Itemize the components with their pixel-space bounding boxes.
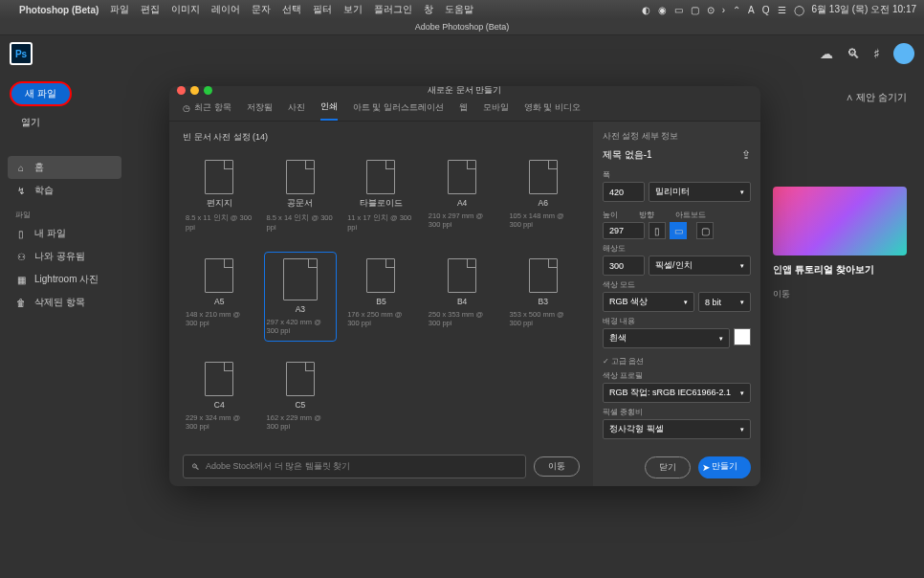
- menu-file[interactable]: 파일: [110, 3, 129, 16]
- menu-view[interactable]: 보기: [343, 3, 363, 16]
- bit-select[interactable]: 8 bit▾: [698, 292, 751, 312]
- search-icon[interactable]: 🔍︎: [847, 46, 860, 61]
- preset-name: A5: [214, 297, 224, 306]
- profile-select[interactable]: RGB 작업: sRGB IEC61966-2.1▾: [603, 383, 751, 403]
- search-icon[interactable]: Q: [762, 5, 770, 15]
- nav-shared[interactable]: ⚇나와 공유됨: [8, 245, 121, 268]
- files-label: 파일: [8, 208, 121, 222]
- width-label: 폭: [603, 169, 751, 180]
- menu-filter[interactable]: 필터: [313, 3, 332, 16]
- menu-window[interactable]: 창: [424, 3, 433, 16]
- ps-logo-icon[interactable]: Ps: [10, 42, 33, 65]
- export-icon[interactable]: ⇪: [741, 148, 751, 162]
- preset-meta: 176 x 250 mm @ 300 ppi: [347, 310, 415, 327]
- tab-film[interactable]: 영화 및 비디오: [524, 96, 581, 120]
- menu-type[interactable]: 문자: [252, 3, 271, 16]
- tab-art[interactable]: 아트 및 일러스트레이션: [353, 96, 444, 120]
- preset-a4[interactable]: A4 210 x 297 mm @ 300 ppi: [426, 153, 499, 238]
- bg-select[interactable]: 흰색▾: [603, 328, 730, 348]
- preset-c5[interactable]: C5 162 x 229 mm @ 300 ppi: [264, 355, 338, 437]
- preset-a3[interactable]: A3 297 x 420 mm @ 300 ppi: [264, 252, 338, 342]
- preset-meta: 11 x 17 인치 @ 300 ppi: [347, 213, 415, 232]
- clock[interactable]: 6월 13일 (목) 오전 10:17: [812, 3, 916, 16]
- color-mode-select[interactable]: RGB 색상▾: [603, 292, 694, 312]
- nav-home[interactable]: ⌂홈: [8, 156, 121, 179]
- file-icon: ▯: [15, 229, 27, 239]
- input-icon[interactable]: A: [748, 5, 755, 15]
- minimize-window-icon[interactable]: [190, 86, 199, 95]
- preset-b3[interactable]: B3 353 x 500 mm @ 300 ppi: [506, 252, 580, 342]
- status-icon[interactable]: ◐: [642, 5, 650, 15]
- preset-a5[interactable]: A5 148 x 210 mm @ 300 ppi: [183, 252, 256, 342]
- nav-my-files[interactable]: ▯내 파일: [8, 222, 121, 245]
- hide-suggestions-link[interactable]: ∧ 제안 숨기기: [846, 91, 907, 104]
- nav-lightroom[interactable]: ▦Lightroom 사진: [8, 268, 121, 291]
- menu-image[interactable]: 이미지: [171, 3, 200, 16]
- tab-mobile[interactable]: 모바일: [483, 96, 509, 120]
- aspect-select[interactable]: 정사각형 픽셀▾: [603, 419, 751, 439]
- status-icon[interactable]: ◉: [658, 5, 667, 15]
- close-window-icon[interactable]: [177, 86, 186, 95]
- maximize-window-icon[interactable]: [204, 86, 212, 95]
- gift-icon[interactable]: ♯: [873, 46, 880, 61]
- avatar[interactable]: [893, 43, 914, 64]
- stock-search-input[interactable]: 🔍︎ Adobe Stock에서 더 많은 템플릿 찾기: [183, 455, 526, 478]
- menu-plugins[interactable]: 플러그인: [374, 3, 412, 16]
- menu-select[interactable]: 선택: [282, 3, 301, 16]
- wifi-icon[interactable]: ⌃: [733, 5, 740, 15]
- siri-icon[interactable]: ◯: [794, 5, 804, 15]
- presets-panel: 빈 문서 사전 설정 (14) 편지지 8.5 x 11 인치 @ 300 pp…: [169, 122, 593, 447]
- preset-a6[interactable]: A6 105 x 148 mm @ 300 ppi: [506, 153, 580, 238]
- preset-name: 타블로이드: [360, 198, 403, 210]
- document-icon: [366, 160, 395, 194]
- go-button[interactable]: 이동: [534, 456, 580, 477]
- preset-b4[interactable]: B4 250 x 353 mm @ 300 ppi: [426, 252, 499, 342]
- preset-meta: 210 x 297 mm @ 300 ppi: [429, 211, 496, 229]
- control-center-icon[interactable]: ☰: [778, 5, 786, 15]
- status-icon[interactable]: ⊙: [707, 5, 715, 15]
- status-icon[interactable]: ▭: [674, 5, 683, 15]
- menu-edit[interactable]: 편집: [141, 3, 160, 16]
- sidebar: 새 파일 열기 ⌂홈 ↯학습 파일 ▯내 파일 ⚇나와 공유됨 ▦Lightro…: [0, 72, 129, 578]
- preset-공문서[interactable]: 공문서 8.5 x 14 인치 @ 300 ppi: [264, 153, 338, 238]
- nav-deleted[interactable]: 🗑삭제된 항목: [8, 291, 121, 314]
- new-file-button[interactable]: 새 파일: [10, 81, 72, 106]
- preset-name: B4: [457, 297, 467, 306]
- menu-help[interactable]: 도움말: [445, 3, 473, 16]
- orient-landscape-button[interactable]: ▭: [670, 222, 687, 239]
- resolution-input[interactable]: [603, 256, 645, 276]
- preset-c4[interactable]: C4 229 x 324 mm @ 300 ppi: [183, 355, 256, 437]
- cloud-icon[interactable]: ☁: [820, 46, 833, 61]
- doc-title-input[interactable]: 제목 없음-1: [603, 148, 652, 162]
- tab-photo[interactable]: 사진: [288, 96, 305, 120]
- nav-learn[interactable]: ↯학습: [8, 179, 121, 202]
- promo-subtitle: 이동: [773, 288, 907, 300]
- stock-footer: 🔍︎ Adobe Stock에서 더 많은 템플릿 찾기 이동: [169, 447, 593, 486]
- preset-name: C5: [295, 400, 305, 410]
- unit-select[interactable]: 밀리미터▾: [649, 182, 751, 202]
- preset-편지지[interactable]: 편지지 8.5 x 11 인치 @ 300 ppi: [183, 153, 256, 238]
- status-icon[interactable]: ›: [722, 5, 725, 15]
- orient-portrait-button[interactable]: ▯: [649, 222, 666, 239]
- tab-saved[interactable]: 저장됨: [247, 96, 273, 120]
- menu-layer[interactable]: 레이어: [211, 3, 240, 16]
- res-unit-select[interactable]: 픽셀/인치▾: [649, 256, 751, 276]
- preset-b5[interactable]: B5 176 x 250 mm @ 300 ppi: [344, 252, 418, 342]
- height-input[interactable]: [603, 222, 645, 239]
- create-button[interactable]: ➤만들기: [698, 456, 751, 478]
- open-button[interactable]: 열기: [8, 112, 121, 133]
- advanced-toggle[interactable]: ✓ 고급 옵션: [603, 356, 751, 367]
- width-input[interactable]: [603, 182, 645, 202]
- tab-recent[interactable]: ◷최근 항목: [183, 96, 231, 120]
- preset-타블로이드[interactable]: 타블로이드 11 x 17 인치 @ 300 ppi: [344, 153, 418, 238]
- artboard-checkbox[interactable]: ▢: [696, 222, 714, 239]
- bg-color-swatch[interactable]: [734, 328, 751, 345]
- promo-card[interactable]: 인앱 튜토리얼 찾아보기 이동: [773, 187, 907, 300]
- presets-header: 빈 문서 사전 설정 (14): [183, 131, 580, 144]
- status-icon[interactable]: ▢: [691, 5, 699, 15]
- tab-web[interactable]: 웹: [459, 96, 468, 120]
- tab-print[interactable]: 인쇄: [320, 95, 338, 121]
- close-button[interactable]: 닫기: [645, 456, 691, 478]
- document-icon: [286, 160, 315, 194]
- app-name[interactable]: Photoshop (Beta): [19, 5, 99, 15]
